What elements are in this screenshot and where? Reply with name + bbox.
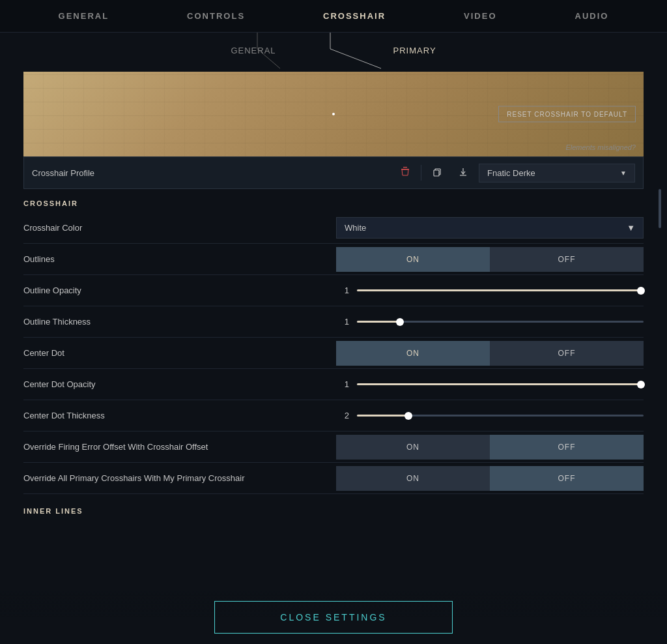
svg-rect-5 xyxy=(403,167,407,168)
center-dot-opacity-slider-container: 1 xyxy=(336,379,644,389)
outline-opacity-label: Outline Opacity xyxy=(23,280,336,300)
outline-thickness-track[interactable] xyxy=(357,321,644,323)
center-dot-opacity-fill xyxy=(357,383,641,385)
override-all-primary-on-button[interactable]: On xyxy=(336,466,490,491)
sub-nav-primary[interactable]: PRIMARY xyxy=(387,42,443,59)
profile-separator xyxy=(421,165,421,181)
profile-dropdown-arrow-icon: ▼ xyxy=(620,169,627,177)
outline-opacity-value: 1 xyxy=(336,285,349,295)
outline-opacity-slider-container: 1 xyxy=(336,285,644,295)
center-dot-thickness-slider-container: 2 xyxy=(336,411,644,420)
center-dot-label: Center Dot xyxy=(23,343,336,363)
nav-general[interactable]: GENERAL xyxy=(20,0,149,33)
outlines-label: Outlines xyxy=(23,249,336,269)
center-dot-off-button[interactable]: Off xyxy=(490,341,644,366)
copy-profile-button[interactable] xyxy=(427,164,447,182)
setting-outline-opacity: Outline Opacity 1 xyxy=(23,275,644,306)
nav-audio[interactable]: AUDIO xyxy=(536,0,648,33)
crosshair-color-dropdown[interactable]: White ▼ xyxy=(336,217,644,239)
override-firing-error-label: Override Firing Error Offset With Crossh… xyxy=(23,437,336,457)
override-firing-error-toggle-group: On Off xyxy=(336,435,644,460)
setting-center-dot-opacity: Center Dot Opacity 1 xyxy=(23,369,644,400)
outline-opacity-track[interactable] xyxy=(357,289,644,291)
override-firing-error-off-button[interactable]: Off xyxy=(490,435,644,460)
crosshair-profile-row: Crosshair Profile Fnatic Derke ▼ xyxy=(23,156,644,189)
override-all-primary-off-button[interactable]: Off xyxy=(490,466,644,491)
setting-outline-thickness: Outline Thickness 1 xyxy=(23,306,644,338)
setting-center-dot: Center Dot On Off xyxy=(23,338,644,369)
center-dot-on-button[interactable]: On xyxy=(336,341,490,366)
profile-dropdown[interactable]: Fnatic Derke ▼ xyxy=(479,164,635,183)
nav-controls[interactable]: CONTROLS xyxy=(148,0,284,33)
reset-crosshair-button[interactable]: RESET CROSSHAIR TO DEFAULT xyxy=(498,106,636,123)
outlines-toggle-group: On Off xyxy=(336,247,644,272)
close-settings-button[interactable]: CLOSE SETTINGS xyxy=(214,601,452,634)
setting-crosshair-color: Crosshair Color White ▼ xyxy=(23,212,644,244)
crosshair-color-value: White xyxy=(345,223,366,233)
override-all-primary-label: Override All Primary Crosshairs With My … xyxy=(23,468,336,488)
scrollbar[interactable] xyxy=(658,176,662,592)
close-settings-container: CLOSE SETTINGS xyxy=(0,591,667,644)
settings-content: CROSSHAIR Crosshair Color White ▼ Outlin… xyxy=(23,189,644,572)
inner-lines-section-title: INNER LINES xyxy=(23,494,644,520)
sub-navigation: GENERAL PRIMARY xyxy=(0,33,667,72)
profile-selected-value: Fnatic Derke xyxy=(487,168,535,178)
crosshair-color-label: Crosshair Color xyxy=(23,218,336,238)
center-dot-thickness-track[interactable] xyxy=(357,415,644,417)
nav-video[interactable]: VIDEO xyxy=(425,0,535,33)
outline-thickness-fill xyxy=(357,321,400,323)
top-navigation: GENERAL CONTROLS CROSSHAIR VIDEO AUDIO xyxy=(0,0,667,33)
outline-thickness-value: 1 xyxy=(336,317,349,327)
center-dot-thickness-thumb[interactable] xyxy=(404,412,412,420)
crosshair-preview: RESET CROSSHAIR TO DEFAULT Elements misa… xyxy=(23,72,644,156)
center-dot-opacity-track[interactable] xyxy=(357,383,644,385)
center-dot-toggle-group: On Off xyxy=(336,341,644,366)
outlines-on-button[interactable]: On xyxy=(336,247,490,272)
outline-thickness-thumb[interactable] xyxy=(396,318,404,326)
setting-center-dot-thickness: Center Dot Thickness 2 xyxy=(23,400,644,432)
crosshair-section-title: CROSSHAIR xyxy=(23,189,644,212)
outline-thickness-label: Outline Thickness xyxy=(23,312,336,332)
outline-opacity-fill xyxy=(357,289,641,291)
center-dot-opacity-value: 1 xyxy=(336,379,349,389)
outline-thickness-slider-container: 1 xyxy=(336,317,644,327)
crosshair-color-arrow-icon: ▼ xyxy=(627,223,635,233)
center-dot-thickness-fill xyxy=(357,415,408,417)
crosshair-center-dot xyxy=(332,113,335,115)
setting-override-firing-error: Override Firing Error Offset With Crossh… xyxy=(23,432,644,463)
profile-label: Crosshair Profile xyxy=(32,168,390,178)
center-dot-opacity-thumb[interactable] xyxy=(637,381,645,388)
delete-profile-button[interactable] xyxy=(395,164,416,182)
import-profile-button[interactable] xyxy=(453,164,474,182)
center-dot-opacity-label: Center Dot Opacity xyxy=(23,374,336,394)
outlines-off-button[interactable]: Off xyxy=(490,247,644,272)
override-firing-error-on-button[interactable]: On xyxy=(336,435,490,460)
elements-misaligned-text: Elements misaligned? xyxy=(565,143,636,151)
center-dot-thickness-label: Center Dot Thickness xyxy=(23,405,336,426)
override-all-primary-toggle-group: On Off xyxy=(336,466,644,491)
setting-outlines: Outlines On Off xyxy=(23,244,644,275)
outline-opacity-thumb[interactable] xyxy=(637,287,645,295)
center-dot-thickness-value: 2 xyxy=(336,411,349,420)
setting-override-all-primary: Override All Primary Crosshairs With My … xyxy=(23,463,644,494)
nav-crosshair[interactable]: CROSSHAIR xyxy=(284,0,425,33)
sub-nav-general[interactable]: GENERAL xyxy=(224,42,282,59)
svg-rect-7 xyxy=(434,170,439,176)
scroll-thumb[interactable] xyxy=(659,189,661,228)
